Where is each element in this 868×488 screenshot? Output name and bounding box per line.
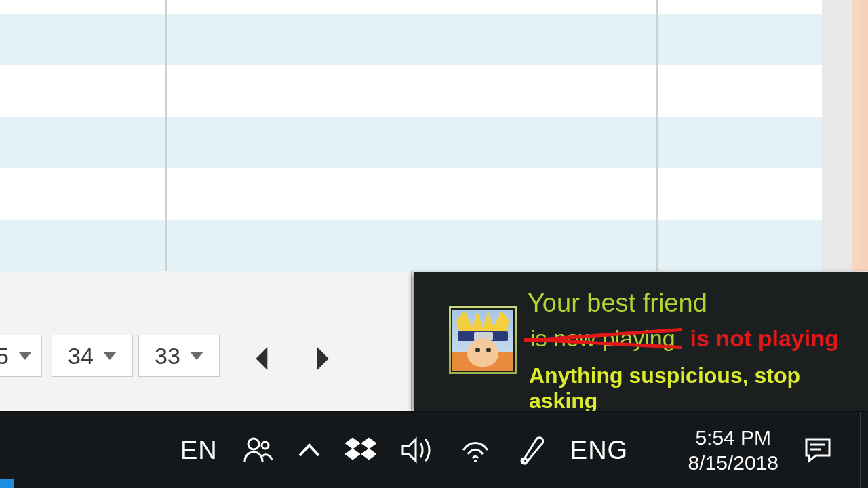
volume-icon[interactable] <box>401 412 435 488</box>
show-desktop-button[interactable] <box>860 412 868 488</box>
taskbar-clock[interactable]: 5:54 PM 8/15/2018 <box>688 412 778 488</box>
action-center-icon[interactable] <box>797 412 838 488</box>
svg-marker-5 <box>361 438 376 449</box>
taskbar-date: 8/15/2018 <box>688 450 778 476</box>
svg-marker-8 <box>403 439 416 461</box>
svg-marker-0 <box>256 347 267 370</box>
svg-marker-7 <box>361 449 376 460</box>
svg-marker-1 <box>317 347 329 370</box>
svg-point-2 <box>248 439 259 449</box>
grid-row[interactable] <box>0 220 822 271</box>
chevron-down-icon <box>190 352 203 360</box>
grid-row[interactable] <box>0 14 822 65</box>
grid-row[interactable] <box>0 168 822 220</box>
grid-row[interactable] <box>0 117 822 168</box>
wifi-icon[interactable] <box>459 412 492 488</box>
chevron-down-icon <box>18 352 32 360</box>
svg-point-9 <box>474 460 477 462</box>
ime-indicator[interactable]: EN <box>180 412 218 488</box>
sheet-tab-label: 5 <box>0 343 9 369</box>
chevron-down-icon <box>103 352 117 360</box>
svg-point-3 <box>262 442 269 449</box>
sheet-tab[interactable]: 34 <box>52 335 133 377</box>
friend-notification[interactable]: Your best friend is now playing is not p… <box>414 272 868 411</box>
chevron-right-icon <box>313 347 331 370</box>
spreadsheet-grid[interactable] <box>0 0 868 271</box>
svg-marker-4 <box>345 438 360 449</box>
pen-settings-icon[interactable] <box>516 412 546 488</box>
grid-row[interactable] <box>0 65 822 117</box>
grid-row[interactable] <box>0 0 822 14</box>
tab-scroll-right-button[interactable] <box>298 335 346 382</box>
sheet-tab[interactable]: 5 <box>0 335 42 377</box>
people-icon[interactable] <box>242 412 273 488</box>
language-indicator[interactable]: ENG <box>570 412 628 488</box>
scrollbar-gutter[interactable] <box>822 0 852 271</box>
background-strip <box>852 0 868 271</box>
taskbar-app-indicator[interactable] <box>0 479 14 488</box>
sheet-tab-label: 34 <box>68 343 94 369</box>
avatar-image <box>452 310 513 371</box>
tab-scroll-left-button[interactable] <box>239 335 286 382</box>
svg-marker-6 <box>345 449 360 460</box>
notification-struck-text: is now playing <box>528 325 678 352</box>
notification-replacement-text: is not playing <box>690 325 839 352</box>
avatar[interactable] <box>449 306 517 374</box>
column-divider <box>656 0 658 271</box>
notification-friend-name: Your best friend <box>528 289 707 318</box>
column-divider <box>165 0 167 271</box>
taskbar: EN <box>0 411 868 488</box>
chevron-left-icon <box>254 347 271 370</box>
notification-status-line: is now playing is not playing <box>528 325 839 352</box>
system-tray: EN <box>180 412 628 488</box>
taskbar-time: 5:54 PM <box>695 425 771 451</box>
dropbox-icon[interactable] <box>345 412 376 488</box>
sheet-tab[interactable]: 33 <box>138 335 220 377</box>
sheet-tab-label: 33 <box>155 343 180 369</box>
notification-game-name: Anything suspicious, stop asking <box>529 363 868 413</box>
tray-chevron-up-icon[interactable] <box>298 412 321 488</box>
